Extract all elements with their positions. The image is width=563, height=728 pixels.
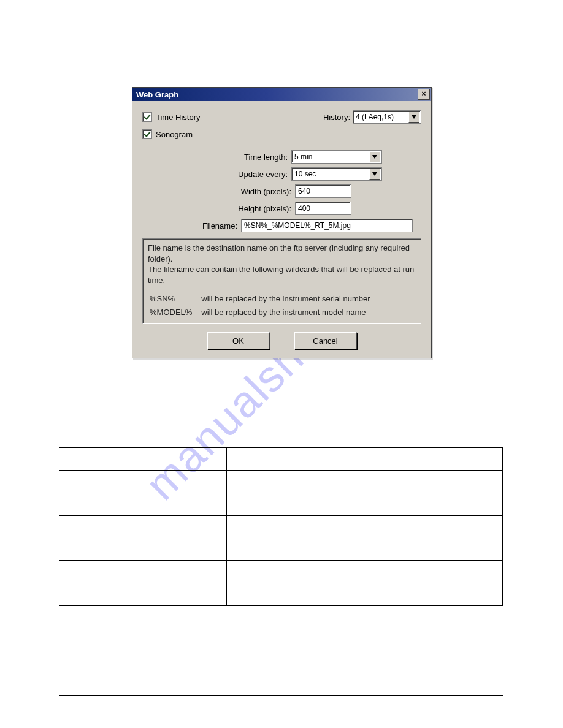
help-line-2: The filename can contain the following w… [148,264,416,286]
parameter-table [59,447,503,606]
sonogram-label: Sonogram [156,130,193,139]
wildcard-desc: will be replaced by the instrument seria… [201,293,377,305]
chevron-down-icon [408,112,419,123]
table-cell [59,448,227,471]
history-select[interactable]: 4 (LAeq,1s) [353,110,421,124]
history-label: History: [323,113,350,122]
filename-value: %SN%_%MODEL%_RT_5M.jpg [244,221,351,230]
table-cell [59,493,227,516]
wildcard-desc: will be replaced by the instrument model… [201,306,377,319]
time-length-label: Time length: [244,153,288,162]
footer-divider [59,695,503,696]
time-history-label: Time History [156,113,200,122]
table-cell [227,471,503,493]
table-cell [227,583,503,606]
sonogram-checkbox[interactable]: Sonogram [142,129,193,139]
dialog-titlebar[interactable]: Web Graph × [132,88,431,101]
height-label: Height (pixels): [238,204,291,213]
close-icon: × [421,89,426,98]
table-cell [59,561,227,583]
height-value: 400 [298,204,310,213]
chevron-down-icon [369,169,380,180]
table-cell [227,448,503,471]
dialog-body: Time History History: 4 (LAeq,1s) So [132,101,431,358]
table-cell [227,561,503,583]
time-length-select[interactable]: 5 min [291,150,382,164]
width-label: Width (pixels): [241,187,291,196]
cancel-button-label: Cancel [313,336,337,346]
time-history-checkbox[interactable]: Time History [142,112,200,122]
table-row [59,583,503,606]
update-every-label: Update every: [238,170,288,179]
web-graph-dialog: Web Graph × Time History History: 4 (LAe… [132,87,432,358]
close-button[interactable]: × [418,89,430,100]
table-cell [59,583,227,606]
document-page: manualshive.com Web Graph × Time History… [0,0,563,728]
wildcard-token: %SN% [149,293,199,305]
ok-button-label: OK [232,336,244,346]
time-length-value: 5 min [294,153,367,161]
checkbox-icon [142,112,152,122]
width-input[interactable]: 640 [295,184,351,198]
table-row [59,448,503,471]
cancel-button[interactable]: Cancel [294,332,357,349]
height-input[interactable]: 400 [295,202,351,215]
table-row [59,516,503,561]
chevron-down-icon [369,151,380,162]
table-cell [227,516,503,561]
dialog-title: Web Graph [136,90,178,99]
update-every-value: 10 sec [294,170,367,178]
ok-button[interactable]: OK [207,332,270,349]
filename-label: Filename: [202,221,237,230]
filename-help-panel: File name is the destination name on the… [142,238,421,324]
update-every-select[interactable]: 10 sec [291,167,382,181]
table-row [59,471,503,493]
table-row [59,493,503,516]
table-cell [227,493,503,516]
checkbox-icon [142,129,152,139]
table-cell [59,516,227,561]
wildcard-token: %MODEL% [149,306,199,319]
filename-input[interactable]: %SN%_%MODEL%_RT_5M.jpg [241,219,413,232]
table-row [59,561,503,583]
table-cell [59,471,227,493]
width-value: 640 [298,187,310,195]
help-line-1: File name is the destination name on the… [148,243,416,264]
history-value: 4 (LAeq,1s) [356,113,406,121]
